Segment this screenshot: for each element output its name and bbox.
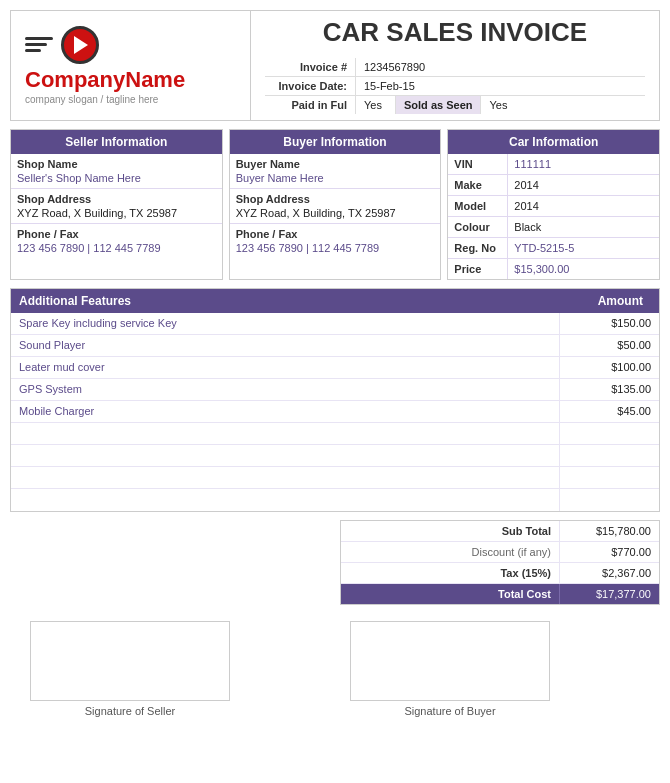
car-info-val: $15,300.00 [508, 259, 575, 279]
seller-info-header: Seller Information [11, 130, 222, 154]
car-info-val: Black [508, 217, 547, 237]
sold-label: Sold as Seen [395, 96, 480, 114]
logo-line-2 [25, 43, 47, 46]
features-section: Additional Features Amount Spare Key inc… [10, 288, 660, 512]
logo-lines-icon [25, 37, 53, 52]
totals-table: Sub Total $15,780.00 Discount (if any) $… [340, 520, 660, 605]
buyer-phone-value: 123 456 7890 | 112 445 7789 [230, 241, 441, 258]
car-info-key: Reg. No [448, 238, 508, 258]
logo-section: CompanyName company slogan / tagline her… [11, 11, 251, 120]
invoice-number-row: Invoice # 1234567890 [265, 58, 645, 77]
car-info-key: Colour [448, 217, 508, 237]
invoice-main-title: CAR SALES INVOICE [265, 17, 645, 48]
car-info-row: Price$15,300.00 [448, 259, 659, 279]
seller-info-box: Seller Information Shop Name Seller's Sh… [10, 129, 223, 280]
company-name: CompanyName [25, 68, 185, 92]
feature-name [11, 423, 559, 444]
seller-signature-label: Signature of Seller [85, 705, 176, 717]
seller-address-label: Shop Address [11, 189, 222, 206]
feature-amount [559, 467, 659, 488]
buyer-info-body: Buyer Name Buyer Name Here Shop Address … [230, 154, 441, 258]
invoice-date-value: 15-Feb-15 [355, 77, 645, 95]
totals-section: Sub Total $15,780.00 Discount (if any) $… [10, 520, 660, 605]
invoice-header: CompanyName company slogan / tagline her… [10, 10, 660, 121]
info-sections: Seller Information Shop Name Seller's Sh… [10, 129, 660, 280]
subtotal-row: Sub Total $15,780.00 [341, 521, 659, 542]
feature-amount [559, 445, 659, 466]
car-info-row: Reg. NoYTD-5215-5 [448, 238, 659, 259]
paid-sold-row: Paid in Ful Yes Sold as Seen Yes [265, 96, 645, 114]
car-info-key: Model [448, 196, 508, 216]
feature-name [11, 467, 559, 488]
buyer-name-label: Buyer Name [230, 154, 441, 171]
feature-row: Leater mud cover$100.00 [11, 357, 659, 379]
features-amount-header: Amount [551, 294, 651, 308]
feature-row [11, 445, 659, 467]
sold-value: Yes [480, 96, 515, 114]
total-cost-value: $17,377.00 [559, 584, 659, 604]
car-info-key: Make [448, 175, 508, 195]
features-rows: Spare Key including service Key$150.00So… [11, 313, 659, 511]
feature-row: Mobile Charger$45.00 [11, 401, 659, 423]
seller-signature-box [30, 621, 230, 701]
car-info-val: 111111 [508, 154, 557, 174]
invoice-date-label: Invoice Date: [265, 77, 355, 95]
invoice-fields: Invoice # 1234567890 Invoice Date: 15-Fe… [265, 58, 645, 114]
seller-phone-label: Phone / Fax [11, 224, 222, 241]
feature-row: Sound Player$50.00 [11, 335, 659, 357]
feature-amount: $50.00 [559, 335, 659, 356]
company-tagline: company slogan / tagline here [25, 94, 158, 105]
seller-address-value: XYZ Road, X Building, TX 25987 [11, 206, 222, 224]
car-info-key: Price [448, 259, 508, 279]
total-cost-label: Total Cost [341, 584, 559, 604]
car-info-row: ColourBlack [448, 217, 659, 238]
car-info-key: VIN [448, 154, 508, 174]
feature-amount: $150.00 [559, 313, 659, 334]
play-icon [74, 36, 88, 54]
total-cost-row: Total Cost $17,377.00 [341, 584, 659, 604]
car-info-row: Model2014 [448, 196, 659, 217]
car-info-row: Make2014 [448, 175, 659, 196]
feature-name: Leater mud cover [11, 357, 559, 378]
features-title: Additional Features [19, 294, 551, 308]
feature-row [11, 489, 659, 511]
logo-line-1 [25, 37, 53, 40]
buyer-address-value: XYZ Road, X Building, TX 25987 [230, 206, 441, 224]
feature-amount: $135.00 [559, 379, 659, 400]
subtotal-value: $15,780.00 [559, 521, 659, 541]
feature-row: Spare Key including service Key$150.00 [11, 313, 659, 335]
feature-amount: $100.00 [559, 357, 659, 378]
buyer-signature-box [350, 621, 550, 701]
feature-name: GPS System [11, 379, 559, 400]
car-info-row: VIN111111 [448, 154, 659, 175]
feature-name [11, 489, 559, 511]
car-info-body: VIN111111Make2014Model2014ColourBlackReg… [448, 154, 659, 279]
invoice-number-value: 1234567890 [355, 58, 645, 76]
feature-name: Mobile Charger [11, 401, 559, 422]
feature-amount [559, 489, 659, 511]
car-info-val: 2014 [508, 196, 544, 216]
buyer-signature-container: Signature of Buyer [350, 621, 550, 717]
invoice-number-label: Invoice # [265, 58, 355, 76]
signatures-section: Signature of Seller Signature of Buyer [10, 621, 660, 717]
seller-info-body: Shop Name Seller's Shop Name Here Shop A… [11, 154, 222, 258]
buyer-info-box: Buyer Information Buyer Name Buyer Name … [229, 129, 442, 280]
tax-label: Tax (15%) [341, 563, 559, 583]
seller-phone-value: 123 456 7890 | 112 445 7789 [11, 241, 222, 258]
tax-row: Tax (15%) $2,367.00 [341, 563, 659, 584]
logo-line-3 [25, 49, 41, 52]
car-info-val: YTD-5215-5 [508, 238, 580, 258]
feature-row: GPS System$135.00 [11, 379, 659, 401]
seller-name-value: Seller's Shop Name Here [11, 171, 222, 189]
feature-amount [559, 423, 659, 444]
logo-circle-icon [61, 26, 99, 64]
invoice-date-row: Invoice Date: 15-Feb-15 [265, 77, 645, 96]
seller-signature-container: Signature of Seller [30, 621, 230, 717]
buyer-info-header: Buyer Information [230, 130, 441, 154]
feature-row [11, 467, 659, 489]
subtotal-label: Sub Total [341, 521, 559, 541]
buyer-signature-label: Signature of Buyer [404, 705, 495, 717]
car-info-box: Car Information VIN111111Make2014Model20… [447, 129, 660, 280]
feature-name [11, 445, 559, 466]
discount-label: Discount (if any) [341, 542, 559, 562]
